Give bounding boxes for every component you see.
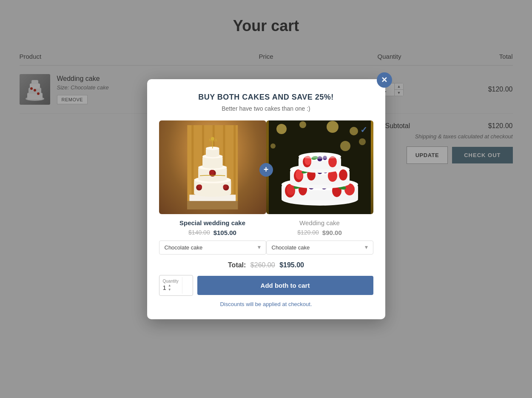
product-1-new-price: $105.00	[213, 229, 236, 236]
selected-checkmark: ✓	[358, 124, 370, 136]
quantity-value: 1	[163, 284, 166, 291]
svg-rect-16	[187, 201, 238, 209]
qty-and-add-row: Quantity 1 ▲ ▼ Add both to cart	[159, 275, 373, 296]
modal-close-button[interactable]: ✕	[377, 72, 392, 88]
quantity-label: Quantity	[163, 279, 179, 283]
svg-point-28	[209, 169, 214, 175]
plus-icon: +	[264, 165, 269, 175]
svg-point-64	[296, 169, 303, 180]
upsell-modal: ✕ BUY BOTH CAKES AND SAVE 25%! Better ha…	[147, 79, 385, 319]
product-card-2: ✓ Wedding cake $120.00 $90.00 Chocolate …	[266, 120, 373, 255]
svg-point-44	[270, 143, 276, 149]
total-old-price: $260.00	[250, 261, 275, 269]
product-1-prices: $140.00 $105.00	[188, 229, 236, 236]
product-image-2: ✓	[266, 120, 373, 214]
modal-subtitle: Better have two cakes than one :)	[159, 105, 373, 112]
product-2-new-price: $90.00	[322, 229, 342, 236]
add-both-button[interactable]: Add both to cart	[197, 276, 373, 295]
modal-qty-down[interactable]: ▼	[168, 288, 171, 292]
wedding-cake-illustration: M&A	[170, 125, 256, 209]
product-2-old-price: $120.00	[297, 229, 319, 236]
total-new-price: $195.00	[279, 261, 304, 269]
product-2-prices: $120.00 $90.00	[297, 229, 342, 236]
modal-overlay[interactable]: ✕ BUY BOTH CAKES AND SAVE 25%! Better ha…	[0, 0, 532, 398]
berry-cake-illustration	[266, 120, 373, 214]
product-2-variant-wrap[interactable]: Chocolate cake Vanilla cake Red velvet ▼	[266, 241, 373, 255]
product-1-variant-wrap[interactable]: Chocolate cake Vanilla cake Red velvet ▼	[159, 241, 266, 255]
product-2-name: Wedding cake	[299, 219, 340, 226]
product-1-variant-select[interactable]: Chocolate cake Vanilla cake Red velvet	[159, 241, 266, 255]
svg-point-45	[340, 141, 350, 151]
modal-title: BUY BOTH CAKES AND SAVE 25%!	[159, 93, 373, 102]
page-wrapper: Your cart Product Price Quantity Total	[0, 0, 532, 172]
svg-point-41	[327, 121, 339, 133]
svg-point-40	[299, 121, 306, 128]
product-2-variant-select[interactable]: Chocolate cake Vanilla cake Red velvet	[266, 241, 373, 255]
total-row: Total: $260.00 $195.00	[159, 261, 373, 269]
svg-point-39	[276, 124, 287, 134]
svg-point-23	[223, 184, 227, 189]
plus-divider: +	[259, 163, 273, 177]
svg-point-43	[359, 138, 366, 145]
product-image-1: M&A	[159, 120, 266, 214]
product-1-name: Special wedding cake	[179, 219, 245, 226]
svg-point-21	[198, 184, 202, 189]
close-icon: ✕	[381, 75, 387, 85]
modal-quantity-stepper[interactable]: Quantity 1 ▲ ▼	[159, 275, 193, 296]
modal-qty-up[interactable]: ▲	[168, 283, 171, 288]
product-card-1: M&A Special wedding cake $140.00 $105.00	[159, 120, 266, 255]
discount-note: Discounts will be applied at checkout.	[159, 301, 373, 307]
products-row: M&A Special wedding cake $140.00 $105.00	[159, 120, 373, 255]
total-label: Total:	[228, 261, 246, 269]
product-1-old-price: $140.00	[188, 229, 210, 236]
svg-point-80	[299, 155, 340, 159]
svg-point-67	[339, 169, 347, 180]
svg-point-42	[350, 127, 358, 135]
svg-point-37	[211, 137, 214, 140]
